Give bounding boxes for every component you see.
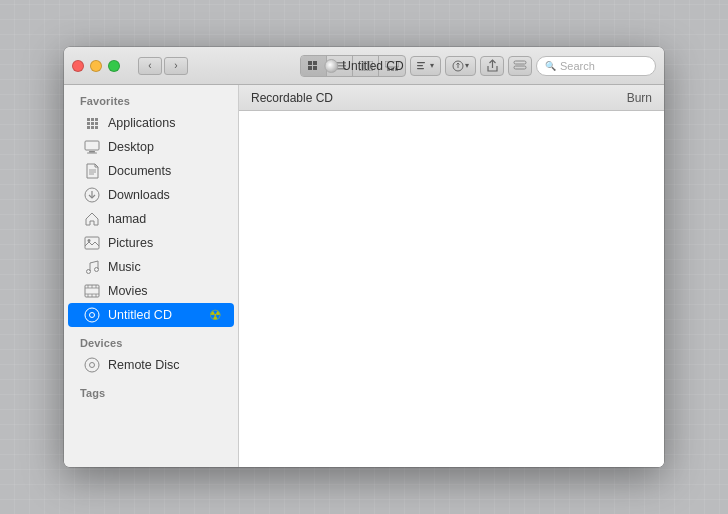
search-placeholder: Search [560,60,595,72]
traffic-lights [72,60,120,72]
tags-button[interactable] [508,56,532,76]
sidebar-item-movies[interactable]: Movies [68,279,234,303]
documents-icon [84,163,100,179]
pictures-icon [84,235,100,251]
applications-icon [84,115,100,131]
hamad-icon [84,211,100,227]
window-title-area: Untitled CD [324,59,403,73]
sidebar-item-hamad[interactable]: hamad [68,207,234,231]
file-area-header: Recordable CD Burn [239,85,664,111]
cd-badge: ☢ [209,307,222,323]
svg-rect-14 [417,62,425,63]
documents-label: Documents [108,164,171,178]
share-button[interactable] [480,56,504,76]
sidebar-item-pictures[interactable]: Pictures [68,231,234,255]
file-area-content [239,111,664,467]
finder-window: ‹ › Untitled CD [64,47,664,467]
sidebar: Favorites Applications [64,85,239,467]
svg-rect-3 [313,66,317,70]
devices-label: Devices [64,327,238,353]
forward-button[interactable]: › [164,57,188,75]
svg-rect-29 [85,237,99,249]
desktop-background: ‹ › Untitled CD [0,0,728,514]
svg-point-43 [90,313,95,318]
recordable-cd-label: Recordable CD [251,91,333,105]
content-area: Favorites Applications [64,85,664,467]
window-title: Untitled CD [342,59,403,73]
action-button[interactable]: ▾ [445,56,476,76]
titlebar: ‹ › Untitled CD [64,47,664,85]
svg-rect-15 [417,65,423,66]
cd-icon [324,59,338,73]
file-area: Recordable CD Burn [239,85,664,467]
svg-point-31 [87,270,91,274]
hamad-label: hamad [108,212,146,226]
minimize-button[interactable] [90,60,102,72]
sidebar-item-untitled-cd[interactable]: Untitled CD ☢ [68,303,234,327]
tags-section-label: Tags [64,377,238,403]
icon-view-button[interactable] [301,56,327,76]
remote-disc-label: Remote Disc [108,358,180,372]
svg-rect-16 [417,68,424,69]
svg-point-44 [85,358,99,372]
movies-label: Movies [108,284,148,298]
sidebar-item-remote-disc[interactable]: Remote Disc [68,353,234,377]
svg-rect-0 [308,61,312,65]
svg-rect-1 [313,61,317,65]
svg-rect-20 [514,66,526,69]
burn-button[interactable]: Burn [627,91,652,105]
sidebar-item-desktop[interactable]: Desktop [68,135,234,159]
favorites-label: Favorites [64,85,238,111]
svg-rect-22 [89,151,95,153]
svg-rect-19 [514,61,526,64]
sidebar-item-downloads[interactable]: Downloads [68,183,234,207]
desktop-icon [84,139,100,155]
svg-rect-23 [87,153,97,154]
maximize-button[interactable] [108,60,120,72]
desktop-label: Desktop [108,140,154,154]
downloads-label: Downloads [108,188,170,202]
untitled-cd-label: Untitled CD [108,308,172,322]
downloads-icon [84,187,100,203]
untitled-cd-icon [84,307,100,323]
music-label: Music [108,260,141,274]
sidebar-item-applications[interactable]: Applications [68,111,234,135]
arrange-button[interactable]: ▾ [410,56,441,76]
search-box[interactable]: 🔍 Search [536,56,656,76]
applications-label: Applications [108,116,175,130]
nav-buttons: ‹ › [138,57,188,75]
music-icon [84,259,100,275]
movies-icon [84,283,100,299]
svg-point-32 [95,268,99,272]
sidebar-item-documents[interactable]: Documents [68,159,234,183]
close-button[interactable] [72,60,84,72]
pictures-label: Pictures [108,236,153,250]
svg-point-42 [85,308,99,322]
sidebar-item-music[interactable]: Music [68,255,234,279]
svg-rect-21 [85,141,99,150]
svg-rect-2 [308,66,312,70]
remote-disc-icon [84,357,100,373]
svg-point-45 [90,363,95,368]
back-button[interactable]: ‹ [138,57,162,75]
search-icon: 🔍 [545,61,556,71]
